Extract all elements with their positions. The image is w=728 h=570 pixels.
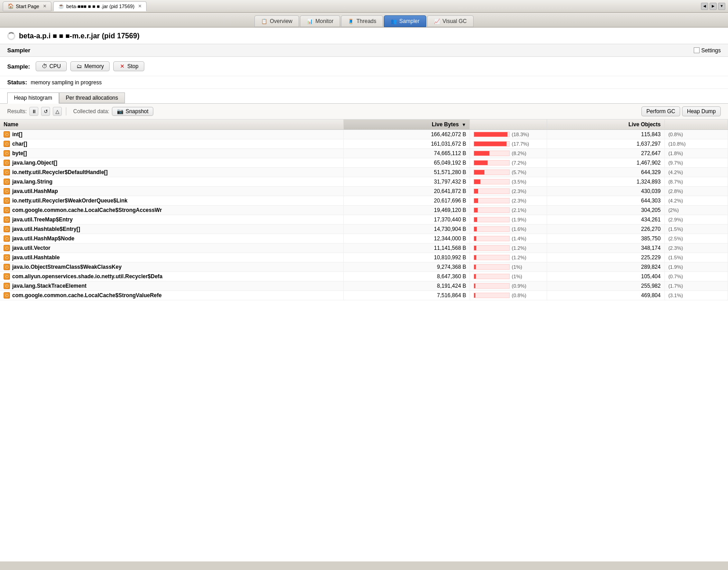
bytes-bar-fill	[474, 132, 507, 137]
live-bytes-value: 161,031,672 B	[343, 139, 470, 149]
object-type-icon: ⬡	[4, 216, 10, 223]
objects-pct: (1.9%)	[664, 262, 728, 272]
settings-label: Settings	[701, 47, 721, 54]
stop-icon: ✕	[119, 63, 125, 69]
bytes-bar-cell: (17.7%)	[470, 139, 547, 149]
objects-pct: (1.5%)	[664, 253, 728, 262]
table-row[interactable]: ⬡ com.google.common.cache.LocalCache$Str…	[0, 291, 728, 300]
table-row[interactable]: ⬡ int[] 166,462,072 B (18.3%) 115,843(0.…	[0, 130, 728, 139]
objects-pct: (2.9%)	[664, 215, 728, 225]
bytes-bar-fill	[474, 217, 477, 222]
table-row[interactable]: ⬡ java.util.HashMap$Node 12,344,000 B (1…	[0, 234, 728, 244]
bytes-pct: (17.7%)	[511, 141, 529, 147]
table-row[interactable]: ⬡ java.lang.String 31,797,432 B (3.5%) 1…	[0, 177, 728, 187]
table-row[interactable]: ⬡ java.io.ObjectStreamClass$WeakClassKey…	[0, 262, 728, 272]
object-type-icon: ⬡	[4, 226, 10, 232]
win-forward-btn[interactable]: ▶	[710, 3, 717, 10]
object-type-icon: ⬡	[4, 169, 10, 175]
bytes-bar-fill	[474, 255, 476, 260]
bytes-bar	[474, 207, 510, 213]
window-controls: ◀ ▶ ▼	[701, 3, 725, 10]
live-objects-value: 469,804	[547, 291, 664, 300]
objects-pct: (0.7%)	[664, 272, 728, 281]
table-row[interactable]: ⬡ io.netty.util.Recycler$WeakOrderQueue$…	[0, 196, 728, 206]
col-name[interactable]: Name	[0, 120, 343, 130]
heap-dump-button[interactable]: Heap Dump	[682, 106, 721, 116]
perform-gc-button[interactable]: Perform GC	[641, 106, 680, 116]
bytes-bar-cell: (1%)	[470, 262, 547, 272]
object-type-icon: ⬡	[4, 179, 10, 185]
tab-monitor[interactable]: 📊 Monitor	[300, 15, 340, 27]
bytes-pct: (5.7%)	[511, 170, 526, 175]
objects-pct: (1.5%)	[664, 225, 728, 234]
per-thread-tab[interactable]: Per thread allocations	[59, 92, 125, 103]
table-row[interactable]: ⬡ com.google.common.cache.LocalCache$Str…	[0, 206, 728, 215]
live-objects-value: 272,647	[547, 149, 664, 158]
live-objects-value: 385,750	[547, 234, 664, 244]
bytes-bar	[474, 283, 510, 289]
results-bar: Results: ⏸ ↺ △ Collected data: 📷 Snapsho…	[0, 104, 728, 120]
live-bytes-value: 7,516,864 B	[343, 291, 470, 300]
tab-close-jar[interactable]: ✕	[138, 4, 142, 9]
bytes-bar-cell: (1.9%)	[470, 215, 547, 225]
table-row[interactable]: ⬡ io.netty.util.Recycler$DefaultHandle[]…	[0, 168, 728, 177]
objects-pct: (2.3%)	[664, 244, 728, 253]
snapshot-button[interactable]: 📷 Snapshot	[112, 107, 153, 116]
stop-button[interactable]: ✕ Stop	[113, 61, 144, 71]
bytes-bar	[474, 274, 510, 279]
tab-threads[interactable]: 🧵 Threads	[341, 15, 383, 27]
tab-jar-process[interactable]: ☕ beta-■■■ ■ ■ ■ .jar (pid 17569) ✕	[53, 1, 147, 11]
bytes-bar	[474, 179, 510, 184]
col-bar	[470, 120, 547, 130]
pause-button[interactable]: ⏸	[29, 107, 38, 116]
table-row[interactable]: ⬡ char[] 161,031,672 B (17.7%) 1,637,297…	[0, 139, 728, 149]
table-row[interactable]: ⬡ java.lang.StackTraceElement 8,191,424 …	[0, 281, 728, 291]
objects-pct: (2%)	[664, 206, 728, 215]
live-bytes-value: 12,344,000 B	[343, 234, 470, 244]
heap-dump-label: Heap Dump	[687, 108, 716, 115]
col-live-objects[interactable]: Live Objects	[547, 120, 664, 130]
tab-visual-gc[interactable]: 📈 Visual GC	[427, 15, 474, 27]
table-row[interactable]: ⬡ com.aliyun.openservices.shade.io.netty…	[0, 272, 728, 281]
win-menu-btn[interactable]: ▼	[718, 3, 725, 10]
table-row[interactable]: ⬡ byte[] 74,665,112 B (8.2%) 272,647(1.8…	[0, 149, 728, 158]
table-row[interactable]: ⬡ java.util.HashMap 20,641,872 B (2.3%) …	[0, 187, 728, 196]
start-page-icon: 🏠	[8, 3, 14, 9]
bytes-bar	[474, 151, 510, 156]
bytes-bar	[474, 141, 510, 147]
tab-start-page[interactable]: 🏠 Start Page ✕	[3, 1, 51, 11]
live-objects-value: 348,174	[547, 244, 664, 253]
table-row[interactable]: ⬡ java.lang.Object[] 65,049,192 B (7.2%)…	[0, 158, 728, 168]
bytes-pct: (1%)	[511, 274, 522, 279]
table-row[interactable]: ⬡ java.util.TreeMap$Entry 17,370,440 B (…	[0, 215, 728, 225]
tab-overview[interactable]: 📋 Overview	[254, 15, 299, 27]
per-thread-label: Per thread allocations	[66, 95, 118, 101]
refresh-button[interactable]: ↺	[41, 107, 50, 116]
tab-close-start[interactable]: ✕	[43, 4, 46, 9]
settings-area: Settings	[694, 47, 721, 54]
app-title-bar: beta-a.p.i ■ ■ ■-m.e.r.jar (pid 17569)	[0, 28, 728, 44]
bytes-bar-fill	[474, 170, 484, 175]
settings-checkbox[interactable]	[694, 47, 700, 53]
cpu-button[interactable]: ⏱ CPU	[36, 61, 67, 71]
sampler-header: Sampler Settings	[0, 44, 728, 57]
tab-sampler[interactable]: 👥 Sampler	[384, 15, 426, 27]
bytes-pct: (0.8%)	[511, 293, 526, 298]
live-bytes-value: 8,191,424 B	[343, 281, 470, 291]
objects-pct: (3.1%)	[664, 291, 728, 300]
table-row[interactable]: ⬡ java.util.Hashtable$Entry[] 14,730,904…	[0, 225, 728, 234]
table-row[interactable]: ⬡ java.util.Vector 11,141,568 B (1.2%) 3…	[0, 244, 728, 253]
overview-label: Overview	[270, 18, 292, 24]
snapshot-label: Snapshot	[125, 108, 148, 115]
table-row[interactable]: ⬡ java.util.Hashtable 10,810,992 B (1.2%…	[0, 253, 728, 262]
heap-histogram-tab[interactable]: Heap histogram	[7, 92, 59, 104]
live-objects-value: 1,467,902	[547, 158, 664, 168]
col-live-bytes[interactable]: Live Bytes ▼	[343, 120, 470, 130]
sampler-icon: 👥	[391, 18, 397, 24]
memory-button[interactable]: 🗂 Memory	[70, 61, 110, 71]
status-row: Status: memory sampling in progress	[0, 76, 728, 89]
win-back-btn[interactable]: ◀	[701, 3, 708, 10]
alert-button[interactable]: △	[53, 107, 62, 116]
object-type-icon: ⬡	[4, 245, 10, 251]
cpu-icon: ⏱	[41, 63, 48, 69]
